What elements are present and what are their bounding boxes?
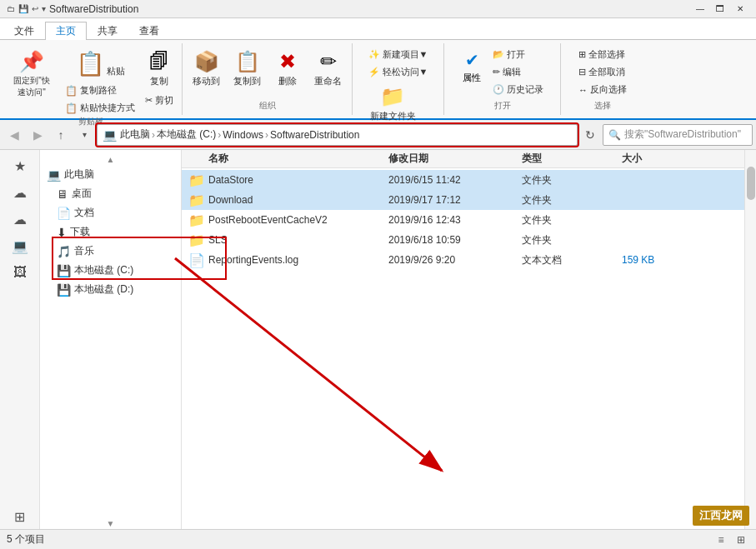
- nav-item-docs[interactable]: 📄 文档: [40, 203, 181, 222]
- scroll-down[interactable]: ▼: [40, 517, 181, 529]
- select-all-icon: ⊞: [578, 49, 586, 60]
- minimize-button[interactable]: —: [691, 2, 709, 16]
- copy-path-button[interactable]: 📋 复制路径: [62, 82, 138, 98]
- edit-label: 编辑: [503, 66, 521, 78]
- sidebar-item-pc[interactable]: 💻: [4, 233, 36, 258]
- file-name-1: Download: [208, 194, 388, 206]
- easy-access-button[interactable]: ⚡ 轻松访问▼: [365, 64, 432, 80]
- maximize-button[interactable]: 🗖: [711, 2, 729, 16]
- address-parts: 此电脑 › 本地磁盘 (C:) › Windows › SoftwareDist…: [120, 127, 359, 142]
- nav-tree: ▲ 💻 此电脑 🖥 桌面 📄 文档 ⬇ 下载 🎵 音乐 💾 本地磁盘 (C:) …: [40, 150, 182, 532]
- new-content: ✨ 新建项目▼ ⚡ 轻松访问▼ 📁 新建文件夹: [365, 45, 432, 126]
- select-content: ⊞ 全部选择 ⊟ 全部取消 ↔ 反向选择: [575, 45, 630, 100]
- file-row-3[interactable]: 📁 SLS 2019/6/18 10:59 文件夹: [182, 230, 744, 250]
- docs-icon: 📄: [57, 207, 71, 220]
- file-row-4[interactable]: 📄 ReportingEvents.log 2019/9/26 9:20 文本文…: [182, 250, 744, 270]
- file-date-2: 2019/9/16 12:43: [388, 214, 522, 226]
- col-type-header[interactable]: 类型: [522, 152, 622, 166]
- sidebar-item-cloud1[interactable]: ☁: [4, 180, 36, 205]
- search-icon: 🔍: [608, 129, 621, 141]
- scrollbar[interactable]: [744, 150, 756, 532]
- undo-icon: ↩: [32, 4, 38, 13]
- copy-to-icon: 📋: [235, 50, 260, 73]
- paste-shortcut-button[interactable]: 📋 粘贴快捷方式: [62, 100, 138, 116]
- file-list: 📁 DataStore 2019/6/15 11:42 文件夹 📁 Downlo…: [182, 168, 744, 532]
- rename-button[interactable]: ✏ 重命名: [309, 47, 347, 91]
- search-bar[interactable]: 🔍 搜索"SoftwareDistribution": [603, 124, 753, 146]
- edit-button[interactable]: ✏ 编辑: [489, 64, 547, 80]
- scroll-up[interactable]: ▲: [40, 153, 181, 165]
- col-name-header[interactable]: 名称: [188, 152, 388, 166]
- sidebar-item-img[interactable]: 🖼: [4, 260, 36, 285]
- select-none-icon: ⊟: [578, 67, 586, 77]
- file-type-4: 文本文档: [522, 253, 622, 267]
- file-row-2[interactable]: 📁 PostRebootEventCacheV2 2019/9/16 12:43…: [182, 210, 744, 230]
- nav-item-dl[interactable]: ⬇ 下载: [40, 222, 181, 242]
- nav-item-desktop[interactable]: 🖥 桌面: [40, 184, 181, 203]
- sidebar-item-star[interactable]: ★: [4, 153, 36, 178]
- move-to-button[interactable]: 📦 移动到: [188, 47, 225, 91]
- copy-icon: 🗐: [149, 50, 169, 73]
- select-options: ⊞ 全部选择 ⊟ 全部取消 ↔ 反向选择: [575, 47, 630, 97]
- close-button[interactable]: ✕: [731, 2, 749, 16]
- open-label: 打开: [449, 100, 555, 113]
- paste-button[interactable]: 📋 粘贴: [62, 47, 138, 81]
- forward-button[interactable]: ▶: [27, 125, 48, 145]
- list-view-button[interactable]: ≡: [713, 532, 729, 547]
- invert-select-button[interactable]: ↔ 反向选择: [575, 82, 630, 97]
- tab-view[interactable]: 查看: [128, 22, 170, 40]
- scroll-thumb[interactable]: [747, 167, 755, 200]
- new-folder-button[interactable]: 📁 新建文件夹: [365, 82, 421, 126]
- tab-home[interactable]: 主页: [45, 22, 87, 40]
- select-label: 选择: [566, 100, 639, 113]
- delete-button[interactable]: ✖ 删除: [269, 47, 306, 91]
- sidebar: ★ ☁ ☁ 💻 🖼 ⊞: [0, 150, 40, 532]
- new-item-button[interactable]: ✨ 新建项目▼: [365, 47, 432, 62]
- cut-icon: ✂: [145, 95, 153, 106]
- nav-item-pc[interactable]: 💻 此电脑: [40, 165, 181, 184]
- select-all-button[interactable]: ⊞ 全部选择: [575, 47, 630, 62]
- select-none-button[interactable]: ⊟ 全部取消: [575, 64, 630, 80]
- file-name-0: DataStore: [208, 174, 388, 186]
- address-bar[interactable]: 💻 此电脑 › 本地磁盘 (C:) › Windows › SoftwareDi…: [97, 124, 578, 146]
- delete-icon: ✖: [279, 50, 296, 73]
- history-button[interactable]: 🕐 历史记录: [489, 82, 547, 97]
- open-edit-col: 📂 打开 ✏ 编辑 🕐 历史记录: [489, 47, 547, 97]
- file-date-1: 2019/9/17 17:12: [388, 194, 522, 206]
- grid-view-button[interactable]: ⊞: [733, 532, 749, 547]
- tab-file[interactable]: 文件: [3, 22, 45, 40]
- nav-item-music[interactable]: 🎵 音乐: [40, 242, 181, 261]
- pin-button[interactable]: 📌 固定到"快速访问": [5, 47, 58, 102]
- easy-access-icon: ⚡: [368, 67, 380, 77]
- nav-item-d[interactable]: 💾 本地磁盘 (D:): [40, 280, 181, 299]
- file-row-1[interactable]: 📁 Download 2019/9/17 17:12 文件夹: [182, 190, 744, 210]
- save-icon: 💾: [18, 4, 28, 13]
- refresh-button[interactable]: ↻: [579, 125, 601, 145]
- watermark: 江西龙网: [693, 506, 749, 526]
- recent-locations-button[interactable]: ▾: [73, 125, 95, 145]
- up-button[interactable]: ↑: [50, 125, 72, 145]
- cut-button[interactable]: ✂ ✂ 剪切 剪切: [142, 92, 177, 108]
- file-row-0[interactable]: 📁 DataStore 2019/6/15 11:42 文件夹: [182, 170, 744, 190]
- sidebar-item-cloud2[interactable]: ☁: [4, 207, 36, 232]
- pc-icon: 💻: [47, 168, 61, 182]
- copy-to-button[interactable]: 📋 复制到: [228, 47, 266, 91]
- grid-view-icon: ⊞: [737, 534, 745, 546]
- col-date-header[interactable]: 修改日期: [388, 152, 522, 166]
- file-type-2: 文件夹: [522, 213, 622, 227]
- address-part-dist: SoftwareDistribution: [270, 129, 359, 141]
- music-icon: 🎵: [57, 245, 71, 258]
- open-button[interactable]: 📂 打开: [489, 47, 547, 62]
- copy-path-label: 复制路径: [80, 84, 117, 97]
- ribbon-group-select: ⊞ 全部选择 ⊟ 全部取消 ↔ 反向选择 选择: [561, 43, 644, 115]
- title-bar: 🗀 💾 ↩ ▾ SoftwareDistribution — 🗖 ✕: [0, 0, 756, 18]
- col-size-header[interactable]: 大小: [622, 152, 738, 166]
- window-title: SoftwareDistribution: [49, 3, 138, 15]
- copy-button[interactable]: 🗐 复制: [142, 47, 177, 91]
- back-button[interactable]: ◀: [3, 125, 25, 145]
- paste-shortcut-label: 粘贴快捷方式: [80, 102, 135, 114]
- sidebar-item-grid[interactable]: ⊞: [4, 504, 36, 529]
- tab-share[interactable]: 共享: [87, 22, 128, 40]
- properties-button[interactable]: ✔ 属性: [458, 47, 486, 87]
- nav-item-c[interactable]: 💾 本地磁盘 (C:): [40, 261, 181, 280]
